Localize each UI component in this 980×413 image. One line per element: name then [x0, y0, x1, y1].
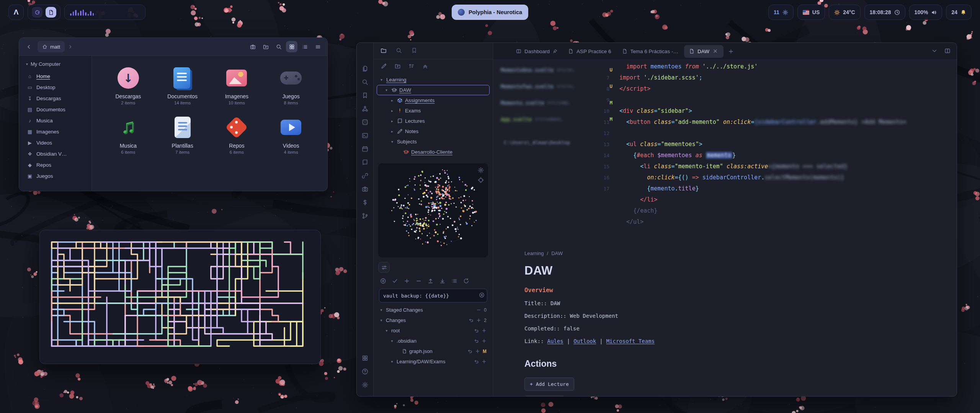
discard-icon[interactable] [474, 359, 479, 364]
breadcrumb[interactable]: matt [38, 41, 65, 52]
panel-tab[interactable] [395, 47, 403, 55]
sidebar-item[interactable]: ♪ Musica [23, 115, 88, 126]
git-tool-button[interactable] [427, 278, 434, 285]
toolbar-button[interactable] [299, 41, 310, 52]
sidebar-item[interactable]: ▤ Documentos [23, 104, 88, 115]
tree-item[interactable]: ▸ Assignments [377, 95, 490, 106]
explorer-tool-button[interactable] [394, 63, 401, 70]
note-breadcrumb[interactable]: Learning / DAW [524, 250, 655, 256]
ribbon-button[interactable] [359, 379, 371, 391]
sidebar-section-header[interactable]: ▾ My Computer [23, 60, 88, 71]
topbar-module[interactable]: 100% [909, 5, 942, 20]
git-row[interactable]: ▾ root [377, 325, 490, 336]
ribbon-button[interactable] [359, 63, 371, 75]
folder-item[interactable]: Documentos 14 items [155, 66, 210, 105]
power-menu-button[interactable] [32, 7, 42, 18]
sidebar-item[interactable]: ↧ Descargas [23, 93, 88, 104]
git-row[interactable]: ▾ Staged Changes 0 [377, 305, 490, 315]
explorer-tool-button[interactable] [408, 63, 415, 70]
toolbar-button[interactable] [312, 41, 323, 52]
ribbon-button[interactable] [359, 170, 371, 182]
git-tool-button[interactable] [403, 278, 410, 285]
editor-tab[interactable]: DAW [684, 45, 724, 58]
folder-item[interactable]: Musica 6 items [101, 115, 155, 154]
ribbon-button[interactable] [359, 89, 371, 101]
explorer-tool-button[interactable] [381, 63, 387, 70]
tree-item[interactable]: ▸ Notes [377, 126, 490, 137]
folder-item[interactable]: Repos 6 items [210, 115, 264, 154]
media-widget[interactable]: Polyphia - Neurotica [452, 5, 528, 20]
stage-icon[interactable] [476, 318, 481, 323]
sidebar-item[interactable]: ▶ Videos [23, 137, 88, 148]
launcher-button[interactable]: Λ [8, 5, 24, 20]
action-button[interactable]: + Add Note [524, 396, 565, 396]
folder-item[interactable]: Juegos 8 items [264, 66, 318, 105]
folder-item[interactable]: Plantillas 7 items [155, 115, 210, 154]
tree-item[interactable]: ▾ DAW [377, 85, 490, 95]
discard-icon[interactable] [469, 318, 474, 323]
sidebar-item[interactable]: ⌂ Home [23, 71, 88, 82]
topbar-module[interactable]: US [797, 5, 825, 20]
ribbon-button[interactable] [359, 130, 371, 141]
editor-tab[interactable]: Tema 6 Prácticas -… [617, 45, 683, 58]
topbar-module[interactable]: 11 [768, 5, 794, 20]
folder-item[interactable]: Videos 4 items [264, 115, 318, 154]
graph-focus-button[interactable] [477, 176, 485, 185]
tree-item[interactable]: Desarrollo-Cliente [377, 147, 490, 157]
ribbon-button[interactable] [359, 143, 371, 155]
git-row[interactable]: ▾ Learning/DAW/Exams [377, 356, 490, 367]
tree-item[interactable]: ▾ Subjects [377, 137, 490, 147]
close-tab-button[interactable] [712, 48, 719, 54]
git-row[interactable]: graph.json M [377, 346, 490, 356]
new-tab-button[interactable] [725, 46, 737, 57]
ribbon-button[interactable] [359, 366, 371, 377]
tab-list-button[interactable] [931, 47, 938, 55]
pane-toggle-button[interactable] [378, 262, 390, 273]
ribbon-button[interactable] [359, 352, 371, 364]
ribbon-button[interactable] [359, 103, 371, 115]
panel-tab[interactable] [410, 47, 418, 55]
discard-icon[interactable] [474, 328, 479, 333]
discard-icon[interactable] [467, 349, 472, 354]
commit-message-input[interactable] [379, 289, 487, 302]
explorer-tool-button[interactable] [422, 63, 429, 70]
link-aules[interactable]: Aules [547, 338, 564, 344]
notes-shortcut-button[interactable] [46, 7, 56, 18]
discard-icon[interactable] [474, 338, 479, 343]
sidebar-item[interactable]: ❖ Obsidian V… [23, 148, 88, 159]
sidebar-item[interactable]: ▣ Juegos [23, 171, 88, 182]
ribbon-button[interactable] [359, 116, 371, 128]
git-row[interactable]: ▾ .obsidian [377, 336, 490, 346]
panel-tab[interactable] [380, 47, 387, 55]
folder-item[interactable]: Descargas 2 items [101, 66, 155, 105]
topbar-module[interactable]: 24 [946, 5, 972, 20]
ribbon-button[interactable] [359, 210, 371, 222]
ribbon-button[interactable] [359, 156, 371, 168]
topbar-module[interactable]: 18:08:28 [864, 5, 905, 20]
topbar-module[interactable]: 24°C [829, 5, 860, 20]
stage-icon[interactable] [475, 349, 480, 354]
sidebar-item[interactable]: ▦ Imagenes [23, 126, 88, 137]
link-teams[interactable]: Microsoft Teams [606, 338, 655, 344]
action-button[interactable]: + Add Lecture [524, 377, 574, 391]
clear-commit-button[interactable] [478, 292, 485, 299]
folder-item[interactable]: Imagenes 10 items [210, 66, 264, 105]
git-tool-button[interactable] [439, 278, 446, 285]
graph-canvas[interactable] [378, 163, 488, 257]
sidebar-item[interactable]: ▭ Desktop [23, 82, 88, 93]
toolbar-button[interactable] [247, 41, 258, 52]
link-outlook[interactable]: Outlook [573, 338, 596, 344]
sidebar-item[interactable]: ◆ Repos [23, 159, 88, 171]
toolbar-button[interactable] [260, 41, 271, 52]
tree-item[interactable]: ▾ Learning [377, 75, 490, 85]
ribbon-button[interactable] [359, 197, 371, 208]
toolbar-button[interactable] [286, 41, 297, 52]
split-button[interactable] [944, 47, 951, 55]
ribbon-button[interactable] [359, 76, 371, 88]
stage-icon[interactable] [482, 328, 487, 333]
back-button[interactable] [23, 41, 34, 52]
git-tool-button[interactable] [380, 278, 387, 285]
graph-settings-button[interactable] [477, 166, 485, 175]
editor-tab[interactable]: Dashboard [511, 45, 562, 58]
tree-item[interactable]: ▸ Exams [377, 106, 490, 116]
